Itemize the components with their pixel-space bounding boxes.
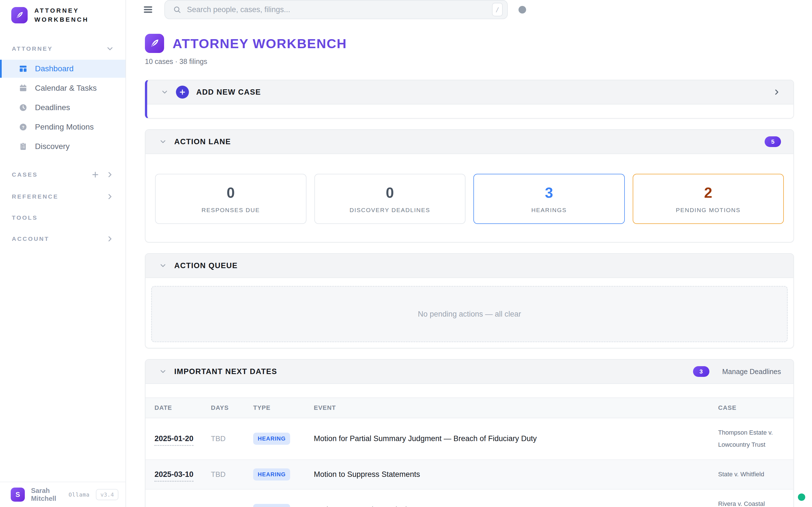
runtime-label: Ollama: [68, 492, 90, 498]
chevron-down-icon[interactable]: [161, 88, 168, 96]
sidebar-item-deadlines[interactable]: Deadlines: [0, 99, 125, 117]
clock-icon: [18, 103, 28, 112]
chevron-right-icon[interactable]: [106, 235, 114, 243]
chevron-down-icon[interactable]: [159, 262, 167, 270]
clipboard-icon: [18, 142, 28, 151]
action-queue-body: No pending actions — all clear: [146, 278, 794, 348]
chevron-right-icon[interactable]: [772, 88, 781, 96]
column-header-event: EVENT: [314, 404, 718, 411]
sidebar-nav: DashboardCalendar & TasksDeadlines?Pendi…: [0, 60, 125, 157]
cell-event: Motion for Partial Summary Judgment — Br…: [314, 434, 718, 443]
stat-cards: 0RESPONSES DUE0DISCOVERY DEADLINES3HEARI…: [146, 154, 794, 242]
hearing-badge: HEARING: [253, 504, 290, 507]
cell-date: 2025-01-20: [154, 434, 211, 443]
sidebar-item-label: Dashboard: [35, 64, 73, 73]
cell-date: 2025-03-20: [154, 506, 211, 507]
add-case-panel: ADD NEW CASE: [145, 80, 794, 119]
table-body: 2025-01-20TBDHEARINGMotion for Partial S…: [146, 418, 794, 507]
sidebar-item-pending-motions[interactable]: ?Pending Motions: [0, 118, 125, 136]
chevron-down-icon[interactable]: [106, 45, 114, 53]
cell-type: HEARING: [253, 433, 314, 445]
sidebar-group-cases[interactable]: CASES: [0, 170, 125, 179]
stat-value: 2: [704, 184, 712, 201]
hearing-badge: HEARING: [253, 433, 290, 445]
sidebar-group-tools[interactable]: TOOLS: [0, 214, 125, 221]
stat-value: 0: [227, 184, 235, 201]
stat-label: DISCOVERY DEADLINES: [350, 207, 430, 214]
app-root: ATTORNEY WORKBENCH ATTORNEY DashboardCal…: [0, 0, 812, 507]
sidebar-group-reference[interactable]: REFERENCE: [0, 192, 125, 201]
next-dates-panel: IMPORTANT NEXT DATES 3 Manage Deadlines …: [145, 359, 794, 507]
avatar[interactable]: S: [11, 488, 25, 502]
column-header-case: CASE: [718, 404, 784, 411]
svg-text:?: ?: [22, 124, 24, 129]
cell-date: 2025-03-10: [154, 470, 211, 479]
page-logo-icon: [145, 34, 164, 53]
next-dates-count-badge: 3: [693, 366, 709, 377]
chevron-right-icon[interactable]: [106, 170, 114, 179]
version-badge: v3.4: [96, 489, 118, 500]
cell-case: State v. Whitfield: [718, 468, 784, 481]
column-header-type: TYPE: [253, 404, 314, 411]
calendar-icon: [18, 83, 28, 93]
page-head: ATTORNEY WORKBENCH: [145, 34, 794, 53]
menu-toggle-button[interactable]: [142, 4, 154, 15]
add-case-header[interactable]: ADD NEW CASE: [147, 80, 794, 105]
sidebar-groups: CASESREFERENCETOOLSACCOUNT: [0, 157, 125, 243]
stat-card-responses-due[interactable]: 0RESPONSES DUE: [155, 174, 306, 224]
group-label: ACCOUNT: [12, 235, 49, 242]
search-bar: /: [164, 0, 508, 19]
stat-value: 3: [545, 184, 553, 201]
stat-label: PENDING MOTIONS: [676, 207, 741, 214]
next-dates-header[interactable]: IMPORTANT NEXT DATES 3 Manage Deadlines: [146, 360, 794, 384]
content: ATTORNEY WORKBENCH 10 cases · 38 filings…: [126, 19, 812, 507]
chevron-down-icon[interactable]: [159, 138, 167, 146]
sidebar-item-dashboard[interactable]: Dashboard: [0, 60, 125, 78]
user-area[interactable]: S Sarah Mitchell Ollama v3.4: [0, 482, 125, 507]
column-header-date: DATE: [154, 404, 211, 411]
cell-type: HEARING: [253, 468, 314, 481]
action-lane-count-badge: 5: [765, 136, 781, 147]
hearing-badge: HEARING: [253, 468, 290, 481]
action-lane-header[interactable]: ACTION LANE 5: [146, 130, 794, 154]
action-queue-panel: ACTION QUEUE No pending actions — all cl…: [145, 253, 794, 348]
stat-card-discovery-deadlines[interactable]: 0DISCOVERY DEADLINES: [314, 174, 466, 224]
add-case-plus-button[interactable]: [176, 86, 189, 99]
stat-card-hearings[interactable]: 3HEARINGS: [473, 174, 625, 224]
cell-days: TBD: [211, 506, 253, 507]
sidebar-section-attorney[interactable]: ATTORNEY: [0, 45, 125, 53]
stat-card-pending-motions[interactable]: 2PENDING MOTIONS: [633, 174, 784, 224]
manage-deadlines-link[interactable]: Manage Deadlines: [722, 368, 781, 376]
topbar: /: [126, 0, 812, 19]
search-icon: [173, 5, 181, 14]
connection-status-dot: [798, 494, 805, 501]
cell-event: Motion to Compel Appraisal: [314, 506, 718, 507]
brand: ATTORNEY WORKBENCH: [0, 6, 125, 24]
table-row[interactable]: 2025-01-20TBDHEARINGMotion for Partial S…: [146, 418, 794, 460]
add-icon[interactable]: [91, 170, 100, 179]
stat-label: RESPONSES DUE: [202, 207, 260, 214]
cell-case: Rivera v. Coastal Insurance: [718, 498, 784, 507]
group-label: REFERENCE: [12, 193, 59, 200]
section-label: ATTORNEY: [12, 45, 53, 52]
brand-line1: ATTORNEY: [35, 6, 89, 15]
add-case-title: ADD NEW CASE: [196, 88, 261, 97]
sidebar-group-account[interactable]: ACCOUNT: [0, 235, 125, 243]
slash-shortcut-key: /: [492, 3, 503, 16]
search-input[interactable]: [187, 5, 486, 14]
group-label: CASES: [12, 171, 38, 178]
chevron-right-icon[interactable]: [106, 192, 114, 201]
topbar-status-dot[interactable]: [518, 6, 526, 13]
action-queue-title: ACTION QUEUE: [174, 262, 238, 270]
dashboard-icon: [18, 64, 28, 73]
sidebar-item-discovery[interactable]: Discovery: [0, 137, 125, 156]
cell-days: TBD: [211, 470, 253, 479]
table-row[interactable]: 2025-03-10TBDHEARINGMotion to Suppress S…: [146, 460, 794, 490]
sidebar-item-calendar-tasks[interactable]: Calendar & Tasks: [0, 79, 125, 97]
table-row[interactable]: 2025-03-20TBDHEARINGMotion to Compel App…: [146, 490, 794, 507]
action-queue-header[interactable]: ACTION QUEUE: [146, 254, 794, 278]
sidebar: ATTORNEY WORKBENCH ATTORNEY DashboardCal…: [0, 0, 126, 507]
user-name: Sarah Mitchell: [31, 487, 56, 503]
chevron-down-icon[interactable]: [159, 368, 167, 376]
page-subtitle: 10 cases · 38 filings: [145, 57, 794, 66]
